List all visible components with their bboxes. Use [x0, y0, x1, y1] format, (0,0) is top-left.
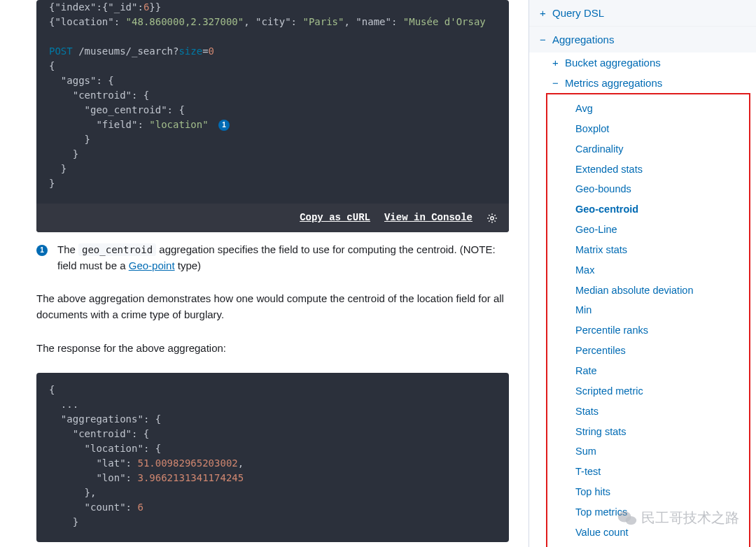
- metrics-list-highlight: AvgBoxplotCardinalityExtended statsGeo-b…: [546, 93, 750, 547]
- nav-metric-extended-stats[interactable]: Extended stats: [547, 159, 749, 180]
- copy-as-curl-link[interactable]: Copy as cURL: [300, 211, 370, 225]
- nav-metric-value-count[interactable]: Value count: [547, 523, 749, 543]
- geo-point-link[interactable]: Geo-point: [129, 260, 175, 271]
- main-content: {"index":{"_id":6}} {"location": "48.860…: [0, 0, 528, 547]
- nav-metrics-aggregations[interactable]: Metrics aggregations: [542, 73, 756, 93]
- code-block-request: {"index":{"_id":6}} {"location": "48.860…: [36, 0, 509, 232]
- nav-aggregations[interactable]: Aggregations: [529, 27, 756, 52]
- nav-metric-geo-bounds[interactable]: Geo-bounds: [547, 179, 749, 199]
- nav-metric-t-test[interactable]: T-test: [547, 462, 749, 482]
- nav-metric-percentile-ranks[interactable]: Percentile ranks: [547, 320, 749, 341]
- svg-point-0: [491, 216, 493, 219]
- collapse-icon: [552, 78, 559, 88]
- nav-metric-avg[interactable]: Avg: [547, 99, 749, 119]
- sidebar-nav: Query DSL Aggregations Bucket aggregatio…: [528, 0, 756, 547]
- nav-metric-geo-centroid[interactable]: Geo-centroid: [547, 199, 749, 220]
- nav-metric-weighted-avg[interactable]: Weighted avg: [547, 543, 749, 547]
- nav-metric-cardinality[interactable]: Cardinality: [547, 139, 749, 159]
- code-inline: geo_centroid: [78, 243, 156, 256]
- nav-metric-geo-line[interactable]: Geo-Line: [547, 220, 749, 240]
- nav-metric-sum[interactable]: Sum: [547, 441, 749, 462]
- expand-icon: [552, 57, 559, 68]
- callout-badge-1: 1: [36, 245, 48, 256]
- collapse-icon: [539, 34, 547, 45]
- nav-metric-percentiles[interactable]: Percentiles: [547, 341, 749, 361]
- callout-text: The geo_centroid aggregation specifies t…: [57, 242, 509, 274]
- gear-icon[interactable]: [486, 213, 498, 224]
- nav-bucket-aggregations[interactable]: Bucket aggregations: [542, 52, 756, 73]
- nav-metric-stats[interactable]: Stats: [547, 402, 749, 422]
- code-block-response: { ... "aggregations": { "centroid": { "l…: [36, 373, 509, 542]
- callout-list: 1 The geo_centroid aggregation specifies…: [36, 242, 509, 274]
- nav-metric-string-stats[interactable]: String stats: [547, 422, 749, 442]
- code-callout-1: 1: [218, 120, 230, 131]
- nav-metric-matrix-stats[interactable]: Matrix stats: [547, 240, 749, 260]
- view-in-console-link[interactable]: View in Console: [384, 211, 472, 225]
- description-paragraph: The above aggregation demonstrates how o…: [36, 290, 509, 323]
- nav-metric-scripted-metric[interactable]: Scripted metric: [547, 381, 749, 402]
- nav-metric-top-metrics[interactable]: Top metrics: [547, 502, 749, 523]
- nav-metric-boxplot[interactable]: Boxplot: [547, 119, 749, 139]
- nav-metric-rate[interactable]: Rate: [547, 361, 749, 381]
- code-toolbar: Copy as cURL View in Console: [36, 204, 509, 232]
- nav-metric-max[interactable]: Max: [547, 260, 749, 280]
- response-intro: The response for the above aggregation:: [36, 340, 509, 356]
- nav-metric-min[interactable]: Min: [547, 300, 749, 320]
- nav-metric-median-absolute-deviation[interactable]: Median absolute deviation: [547, 280, 749, 301]
- nav-query-dsl[interactable]: Query DSL: [529, 0, 756, 26]
- nav-metric-top-hits[interactable]: Top hits: [547, 482, 749, 502]
- expand-icon: [539, 8, 547, 18]
